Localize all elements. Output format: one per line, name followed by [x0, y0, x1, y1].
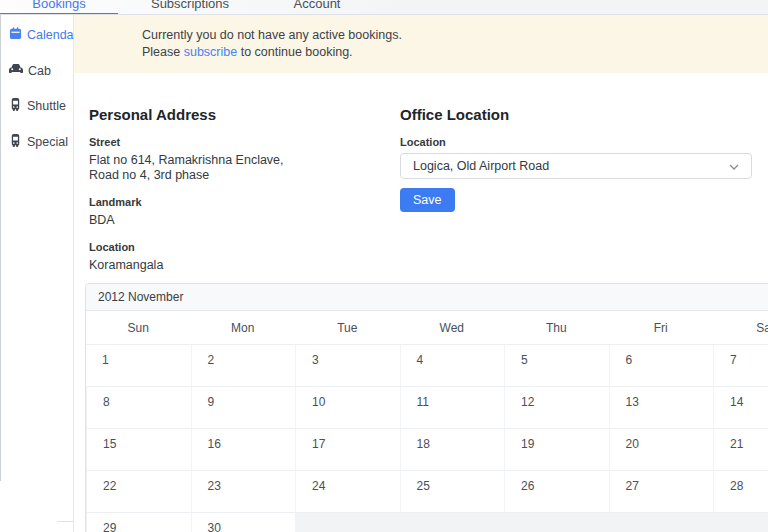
no-bookings-alert: Currently you do not have any active boo… — [74, 15, 768, 73]
sidebar-item-label: Cab — [28, 64, 51, 78]
car-icon — [9, 63, 23, 78]
calendar-cell[interactable]: 20 — [609, 428, 714, 470]
calendar-cell[interactable]: 16 — [191, 428, 296, 470]
main-content: Currently you do not have any active boo… — [74, 15, 768, 532]
calendar-cell[interactable]: 3 — [295, 344, 400, 386]
sidebar-item-special[interactable]: Special — [0, 130, 73, 154]
calendar-cell[interactable]: 2 — [191, 344, 296, 386]
date-number: 27 — [626, 479, 639, 493]
date-number: 22 — [103, 479, 116, 493]
calendar-cell[interactable]: 10 — [295, 386, 400, 428]
calendar-cell[interactable]: 28 — [713, 470, 768, 512]
date-number: 12 — [521, 395, 534, 409]
day-header: Thu — [504, 311, 609, 344]
date-number: 26 — [521, 479, 534, 493]
page-layout: Calendar Cab Shuttle Special Currently y… — [0, 15, 768, 532]
landmark-label: Landmark — [89, 196, 400, 208]
calendar-cell[interactable]: 21 — [713, 428, 768, 470]
sidebar-item-label: Shuttle — [27, 99, 66, 113]
calendar-icon — [9, 27, 22, 43]
landmark-value: BDA — [89, 213, 400, 228]
bus-icon — [9, 134, 22, 150]
street-value-line1: Flat no 614, Ramakrishna Enclave, — [89, 153, 400, 168]
calendar-cell[interactable]: 12 — [504, 386, 609, 428]
date-number: 7 — [730, 353, 737, 367]
calendar-cell[interactable]: 9 — [191, 386, 296, 428]
date-number: 15 — [103, 437, 116, 451]
date-number: 17 — [312, 437, 325, 451]
date-number: 11 — [417, 395, 429, 409]
calendar-card: 2012 November SunMonTueWedThuFriSat 1234… — [85, 283, 768, 532]
date-number: 30 — [208, 521, 221, 532]
date-number: 14 — [730, 395, 743, 409]
calendar-cell[interactable]: 26 — [504, 470, 609, 512]
date-number: 2 — [208, 353, 215, 367]
tab-account[interactable]: Account — [262, 0, 372, 15]
save-button[interactable]: Save — [400, 188, 455, 212]
date-number: 19 — [521, 437, 534, 451]
calendar-cell-empty — [713, 512, 768, 532]
calendar-cell[interactable]: 11 — [400, 386, 505, 428]
calendar-cell[interactable]: 30 — [191, 512, 296, 532]
sidebar-item-cab[interactable]: Cab — [0, 59, 73, 82]
location-label: Location — [89, 241, 400, 253]
calendar-cell[interactable]: 1 — [86, 344, 191, 386]
date-number: 23 — [208, 479, 221, 493]
alert-line-1: Currently you do not have any active boo… — [142, 27, 768, 44]
tab-bookings[interactable]: Bookings — [0, 0, 118, 15]
calendar-cell[interactable]: 8 — [86, 386, 191, 428]
date-number: 24 — [312, 479, 325, 493]
address-section: Personal Address Street Flat no 614, Ram… — [74, 73, 768, 273]
day-header: Tue — [295, 311, 400, 344]
bus-icon — [9, 98, 22, 114]
calendar-cell[interactable]: 4 — [400, 344, 505, 386]
day-header: Sun — [86, 311, 191, 344]
calendar-cell[interactable]: 15 — [86, 428, 191, 470]
date-number: 6 — [626, 353, 633, 367]
calendar-cell[interactable]: 18 — [400, 428, 505, 470]
calendar-cell[interactable]: 7 — [713, 344, 768, 386]
calendar-cell[interactable]: 13 — [609, 386, 714, 428]
date-number: 10 — [312, 395, 325, 409]
calendar-cell[interactable]: 5 — [504, 344, 609, 386]
alert-line2-prefix: Please — [142, 45, 184, 59]
date-number: 9 — [208, 395, 215, 409]
alert-line2-suffix: to continue booking. — [237, 45, 352, 59]
day-header: Wed — [400, 311, 505, 344]
calendar-cell[interactable]: 6 — [609, 344, 714, 386]
date-number: 13 — [626, 395, 639, 409]
location-value: Koramangala — [89, 258, 400, 273]
office-location-label: Location — [400, 136, 752, 148]
calendar-cell[interactable]: 29 — [86, 512, 191, 532]
calendar-cell[interactable]: 17 — [295, 428, 400, 470]
window-edge-line — [0, 15, 1, 481]
personal-address-title: Personal Address — [89, 106, 400, 123]
sidebar-item-calendar[interactable]: Calendar — [0, 23, 73, 47]
tab-subscriptions[interactable]: Subscriptions — [118, 0, 262, 15]
day-header: Sat — [713, 311, 768, 344]
calendar-day-header-row: SunMonTueWedThuFriSat — [86, 311, 768, 344]
container-corner-dash — [57, 521, 73, 522]
day-header: Mon — [191, 311, 296, 344]
calendar-cell[interactable]: 24 — [295, 470, 400, 512]
date-number: 1 — [102, 353, 109, 367]
personal-address-column: Personal Address Street Flat no 614, Ram… — [89, 106, 400, 273]
calendar-grid: 1234567891011121314151617181920212223242… — [86, 344, 768, 532]
calendar-cell[interactable]: 23 — [191, 470, 296, 512]
calendar-cell-empty — [295, 512, 400, 532]
date-number: 16 — [208, 437, 221, 451]
subscribe-link[interactable]: subscribe — [184, 45, 238, 59]
calendar-cell[interactable]: 27 — [609, 470, 714, 512]
sidebar: Calendar Cab Shuttle Special — [0, 15, 74, 532]
calendar-cell[interactable]: 22 — [86, 470, 191, 512]
office-location-column: Office Location Location Logica, Old Air… — [400, 106, 752, 273]
office-location-title: Office Location — [400, 106, 752, 123]
calendar-cell[interactable]: 14 — [713, 386, 768, 428]
date-number: 25 — [417, 479, 430, 493]
office-location-select[interactable]: Logica, Old Airport Road — [400, 153, 752, 179]
date-number: 3 — [312, 353, 319, 367]
sidebar-item-label: Special — [27, 135, 68, 149]
calendar-cell[interactable]: 19 — [504, 428, 609, 470]
calendar-cell[interactable]: 25 — [400, 470, 505, 512]
sidebar-item-shuttle[interactable]: Shuttle — [0, 94, 73, 118]
